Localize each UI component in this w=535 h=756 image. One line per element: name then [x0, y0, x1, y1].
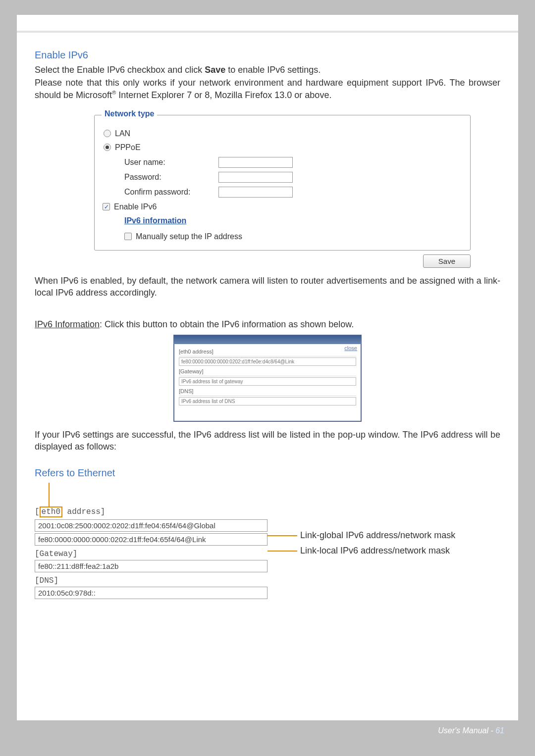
intro-line-2: Please note that this only works if your…: [35, 77, 500, 101]
brand-label: VIVOTEK: [464, 18, 509, 29]
eth0-address-header: [eth0 address]: [35, 506, 268, 517]
eth0-highlight: eth0: [40, 506, 62, 517]
popup-titlebar: [174, 335, 361, 344]
dns-header: [DNS]: [35, 576, 268, 585]
popup-dns-header: [DNS]: [179, 387, 356, 396]
password-label: Password:: [124, 173, 218, 182]
username-label: User name:: [124, 158, 218, 167]
after-fieldset-text: When IPv6 is enabled, by default, the ne…: [35, 275, 500, 299]
ipv6-popup-screenshot: close [eth0 address] fe80:0000:0000:0000…: [173, 335, 362, 422]
intro-line-1: Select the Enable IPv6 checkbox and clic…: [35, 64, 500, 76]
intro-1a: Select the Enable IPv6 checkbox and clic…: [35, 65, 205, 75]
intro-save-word: Save: [205, 65, 225, 75]
connector-global: [268, 535, 297, 536]
username-input[interactable]: [218, 157, 293, 168]
refers-to-ethernet-heading: Refers to Ethernet: [35, 467, 500, 479]
save-button[interactable]: Save: [423, 254, 471, 268]
eth-diagram: [eth0 address] 2001:0c08:2500:0002:0202:…: [35, 506, 500, 601]
fieldset-legend: Network type: [102, 109, 157, 118]
intro-2c: Internet Explorer 7 or 8, Mozilla Firefo…: [116, 90, 331, 100]
gateway-header: [Gateway]: [35, 550, 268, 558]
ipv6-info-underline: IPv6 Information: [35, 319, 100, 329]
after-popup-text: If your IPv6 settings are successful, th…: [35, 429, 500, 453]
section-heading: Enable IPv6: [35, 50, 500, 61]
annotation-global: Link-global IPv6 address/network mask: [300, 530, 455, 541]
page-footer: User's Manual - 61: [17, 720, 518, 741]
manual-ip-checkbox[interactable]: [124, 233, 132, 240]
annotation-link: Link-local IPv6 address/network mask: [300, 546, 450, 556]
global-address-box: 2001:0c08:2500:0002:0202:d1ff:fe04:65f4/…: [35, 519, 268, 532]
popup-eth-value: fe80:0000:0000:0000:0202:d1ff:fe0e:d4c8/…: [179, 357, 356, 366]
pppoe-label: PPPoE: [115, 143, 141, 152]
popup-gateway-value: IPv6 address list of gateway: [179, 377, 356, 386]
eth-hdr-bracket-open: [: [35, 507, 40, 516]
password-input[interactable]: [218, 172, 293, 183]
eth-hdr-rest: address]: [62, 507, 105, 516]
popup-close-link[interactable]: close: [344, 345, 357, 351]
popup-dns-value: IPv6 address list of DNS: [179, 397, 356, 405]
confirm-password-input[interactable]: [218, 187, 293, 198]
popup-eth-header: [eth0 address]: [179, 347, 356, 356]
link-address-box: fe80:0000:0000:0000:0202:d1ff:fe04:65f4/…: [35, 533, 268, 546]
lan-label: LAN: [115, 129, 130, 138]
ipv6-information-link[interactable]: IPv6 information: [124, 216, 461, 225]
enable-ipv6-checkbox[interactable]: ✓: [103, 203, 110, 210]
popup-gateway-header: [Gateway]: [179, 367, 356, 376]
lan-radio[interactable]: [104, 130, 111, 137]
dns-value-box: 2010:05c0:978d::: [35, 587, 268, 599]
ipv6-info-instruction: IPv6 Information: Click this button to o…: [35, 318, 500, 330]
manual-ip-label: Manually setup the IP address: [136, 232, 242, 241]
ipv6-info-rest: : Click this button to obtain the IPv6 i…: [100, 319, 354, 329]
page-number: 61: [495, 726, 504, 735]
pppoe-radio[interactable]: [104, 144, 111, 151]
enable-ipv6-label: Enable IPv6: [114, 202, 157, 211]
gateway-value-box: fe80::211:d8ff:fea2:1a2b: [35, 560, 268, 572]
connector-vertical: [49, 483, 50, 506]
network-type-fieldset: Network type LAN PPPoE User name: Passwo…: [94, 115, 471, 251]
connector-link: [268, 551, 297, 552]
confirm-password-label: Confirm password:: [124, 188, 218, 197]
intro-1c: to enable IPv6 settings.: [225, 65, 321, 75]
footer-label: User's Manual -: [438, 726, 493, 735]
registered-mark: ®: [112, 90, 116, 96]
